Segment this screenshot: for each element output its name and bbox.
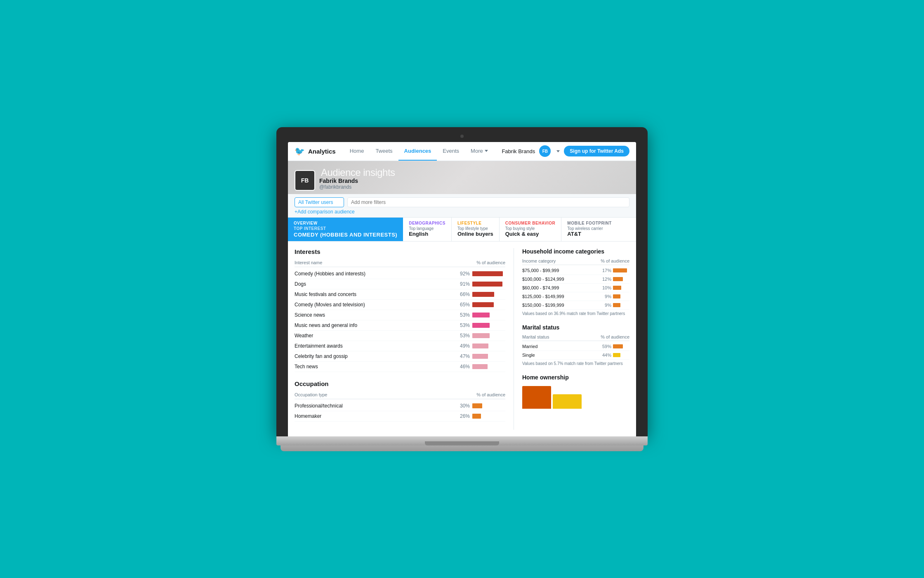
nav-tweets[interactable]: Tweets xyxy=(370,142,398,161)
interest-pct: 49% xyxy=(455,343,470,349)
interest-bar-container xyxy=(472,282,505,287)
nav-events[interactable]: Events xyxy=(437,142,465,161)
interest-name: Weather xyxy=(295,333,455,339)
income-bar-container xyxy=(613,286,629,290)
table-row: Homemaker 26% xyxy=(295,411,505,422)
tab-consumer-behavior[interactable]: CONSUMER BEHAVIOR Top buying style Quick… xyxy=(500,218,562,241)
income-bar xyxy=(613,294,620,298)
profile-name: Fabrik Brands xyxy=(319,178,358,184)
interest-bar xyxy=(472,323,490,328)
occupation-col-type: Occupation type xyxy=(295,392,328,397)
account-chevron-icon[interactable] xyxy=(556,150,560,152)
marital-section: Marital status Marital status % of audie… xyxy=(522,324,629,366)
income-col-pct: % of audience xyxy=(601,258,629,263)
table-row: $150,000 - $199,999 9% xyxy=(522,301,629,310)
table-row: Music news and general info 53% xyxy=(295,320,505,331)
occupation-pct: 26% xyxy=(455,413,470,419)
tab-overview-value: Comedy (Hobbies and interests) xyxy=(294,232,397,238)
income-bar xyxy=(613,268,627,272)
table-row: $100,000 - $124,999 12% xyxy=(522,275,629,284)
income-note: Values based on 36.9% match rate from Tw… xyxy=(522,311,629,316)
tab-overview-sublabel: Top interest xyxy=(294,226,397,231)
occupation-bar-container xyxy=(472,414,505,419)
table-row: Single 44% xyxy=(522,351,629,360)
income-name: $125,000 - $149,999 xyxy=(522,294,598,299)
occupation-section: Occupation Occupation type % of audience… xyxy=(295,380,505,422)
income-section: Household income categories Income categ… xyxy=(522,248,629,316)
interest-name: Comedy (Hobbies and interests) xyxy=(295,271,455,277)
add-comparison-link[interactable]: +Add comparison audience xyxy=(295,209,629,215)
interest-pct: 46% xyxy=(455,364,470,370)
marital-name: Single xyxy=(522,353,598,358)
avatar: FB xyxy=(539,145,551,157)
profile-info: Fabrik Brands @fabrikbrands xyxy=(319,178,358,190)
occupation-bar xyxy=(472,403,482,408)
income-name: $150,000 - $199,999 xyxy=(522,303,598,308)
audience-select[interactable]: All Twitter users xyxy=(295,197,344,207)
interest-name: Tech news xyxy=(295,364,455,370)
table-row: $60,000 - $74,999 10% xyxy=(522,284,629,292)
tab-consumer-sublabel: Top buying style xyxy=(505,226,556,231)
interest-bar-container xyxy=(472,313,505,317)
occupation-bar-container xyxy=(472,403,505,408)
interests-col-name: Interest name xyxy=(295,260,322,265)
interest-name: Comedy (Movies and television) xyxy=(295,302,455,308)
tab-lifestyle-label: LIFESTYLE xyxy=(457,221,493,225)
income-pct: 12% xyxy=(598,277,611,282)
income-name: $75,000 - $99,999 xyxy=(522,268,598,273)
screen-bezel: 🐦 Analytics Home Tweets Audiences Events… xyxy=(276,127,648,436)
table-row: $75,000 - $99,999 17% xyxy=(522,266,629,275)
table-row: Dogs 91% xyxy=(295,279,505,289)
marital-note: Values based on 5.7% match rate from Twi… xyxy=(522,361,629,366)
interest-name: Music news and general info xyxy=(295,322,455,328)
interest-name: Celebrity fan and gossip xyxy=(295,353,455,359)
interest-bar xyxy=(472,282,502,287)
table-row: Professional/technical 30% xyxy=(295,401,505,411)
occupation-name: Homemaker xyxy=(295,413,455,419)
home-ownership-section: Home ownership xyxy=(522,374,629,409)
tab-lifestyle[interactable]: LIFESTYLE Top lifestyle type Online buye… xyxy=(452,218,500,241)
interest-bar-container xyxy=(472,323,505,328)
tab-mobile-footprint[interactable]: MOBILE FOOTPRINT Top wireless carrier AT… xyxy=(561,218,617,241)
tab-lifestyle-value: Online buyers xyxy=(457,231,493,237)
home-ownership-bar xyxy=(553,394,582,409)
analytics-label: Analytics xyxy=(308,148,336,155)
interests-col-pct: % of audience xyxy=(476,260,505,265)
nav-audiences[interactable]: Audiences xyxy=(398,142,437,161)
table-row: Married 59% xyxy=(522,342,629,351)
signup-button[interactable]: Sign up for Twitter Ads xyxy=(564,146,629,156)
tab-demographics-sublabel: Top language xyxy=(409,226,446,231)
filter-input[interactable] xyxy=(347,197,629,207)
tab-lifestyle-sublabel: Top lifestyle type xyxy=(457,226,493,231)
income-bar-container xyxy=(613,277,629,281)
tab-overview[interactable]: OVERVIEW Top interest Comedy (Hobbies an… xyxy=(288,218,403,241)
table-row: Comedy (Movies and television) 65% xyxy=(295,300,505,310)
nav-more[interactable]: More xyxy=(465,142,494,161)
profile-avatar: FB xyxy=(295,170,315,191)
interest-name: Music festivals and concerts xyxy=(295,291,455,297)
marital-table-header: Marital status % of audience xyxy=(522,333,629,341)
occupation-col-pct: % of audience xyxy=(476,392,505,397)
marital-pct: 44% xyxy=(598,353,611,358)
marital-col-status: Marital status xyxy=(522,334,549,339)
nav-home[interactable]: Home xyxy=(344,142,370,161)
tab-demographics[interactable]: DEMOGRAPHICS Top language English xyxy=(403,218,452,241)
interest-pct: 66% xyxy=(455,291,470,297)
table-row: Entertainment awards 49% xyxy=(295,341,505,351)
table-row: $125,000 - $149,999 9% xyxy=(522,292,629,301)
left-column: Interests Interest name % of audience Co… xyxy=(295,248,514,430)
laptop-bottom xyxy=(280,445,644,451)
income-pct: 9% xyxy=(598,294,611,299)
marital-bar-container xyxy=(613,344,629,348)
income-col-cat: Income category xyxy=(522,258,556,263)
twitter-logo-icon: 🐦 xyxy=(295,146,305,156)
interest-pct: 47% xyxy=(455,353,470,359)
income-name: $100,000 - $124,999 xyxy=(522,277,598,282)
laptop-base xyxy=(276,436,648,445)
tab-mobile-value: AT&T xyxy=(567,231,611,237)
interest-name: Dogs xyxy=(295,281,455,287)
interests-title: Interests xyxy=(295,248,505,255)
income-name: $60,000 - $74,999 xyxy=(522,285,598,290)
interest-bar-container xyxy=(472,271,505,276)
table-row: Music festivals and concerts 66% xyxy=(295,289,505,300)
